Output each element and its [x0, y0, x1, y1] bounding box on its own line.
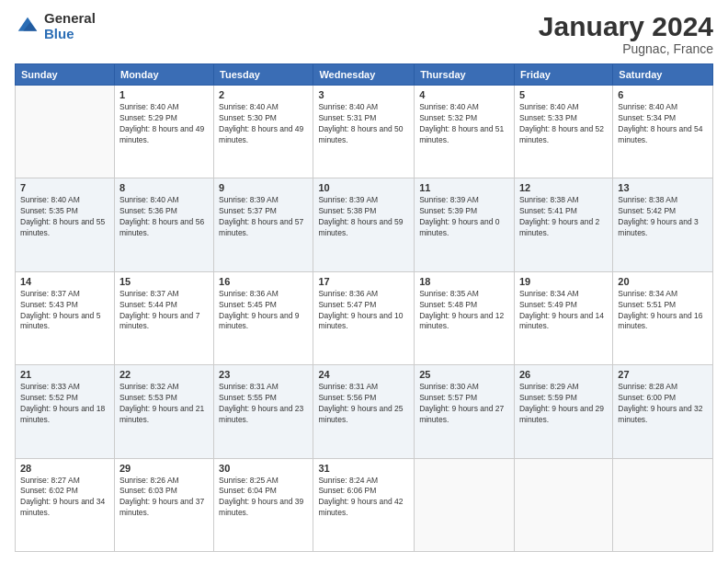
day-number: 31: [318, 463, 409, 474]
week-row-2: 14Sunrise: 8:37 AMSunset: 5:43 PMDayligh…: [16, 271, 713, 364]
week-row-4: 28Sunrise: 8:27 AMSunset: 6:02 PMDayligh…: [16, 458, 713, 551]
day-info: Sunrise: 8:40 AMSunset: 5:30 PMDaylight:…: [219, 102, 308, 146]
day-number: 11: [419, 182, 509, 193]
calendar-cell: 5Sunrise: 8:40 AMSunset: 5:33 PMDaylight…: [514, 86, 612, 178]
day-number: 17: [318, 276, 409, 287]
day-number: 9: [219, 182, 308, 193]
day-info: Sunrise: 8:35 AMSunset: 5:48 PMDaylight:…: [419, 289, 509, 333]
day-info: Sunrise: 8:28 AMSunset: 6:00 PMDaylight:…: [618, 382, 708, 426]
day-info: Sunrise: 8:34 AMSunset: 5:51 PMDaylight:…: [618, 289, 708, 333]
logo-text: General Blue: [44, 11, 96, 41]
calendar-cell: 14Sunrise: 8:37 AMSunset: 5:43 PMDayligh…: [16, 271, 115, 364]
day-info: Sunrise: 8:40 AMSunset: 5:32 PMDaylight:…: [419, 102, 509, 146]
calendar-cell: 1Sunrise: 8:40 AMSunset: 5:29 PMDaylight…: [114, 86, 213, 178]
day-number: 16: [219, 276, 308, 287]
day-info: Sunrise: 8:27 AMSunset: 6:02 PMDaylight:…: [20, 476, 109, 520]
week-row-1: 7Sunrise: 8:40 AMSunset: 5:35 PMDaylight…: [16, 178, 713, 271]
day-number: 8: [119, 182, 209, 193]
day-info: Sunrise: 8:31 AMSunset: 5:55 PMDaylight:…: [219, 382, 308, 426]
calendar-cell: 22Sunrise: 8:32 AMSunset: 5:53 PMDayligh…: [114, 365, 213, 458]
calendar-cell: 31Sunrise: 8:24 AMSunset: 6:06 PMDayligh…: [313, 458, 415, 551]
weekday-header-saturday: Saturday: [613, 64, 713, 86]
logo: General Blue: [15, 11, 96, 41]
logo-general-text: General: [44, 11, 96, 27]
day-number: 26: [519, 369, 608, 380]
day-info: Sunrise: 8:31 AMSunset: 5:56 PMDaylight:…: [318, 382, 409, 426]
calendar-cell: [613, 458, 713, 551]
day-number: 13: [618, 182, 708, 193]
day-number: 14: [20, 276, 109, 287]
calendar-cell: 13Sunrise: 8:38 AMSunset: 5:42 PMDayligh…: [613, 178, 713, 271]
day-number: 27: [618, 369, 708, 380]
day-info: Sunrise: 8:40 AMSunset: 5:36 PMDaylight:…: [119, 195, 209, 239]
day-number: 5: [519, 89, 608, 100]
day-number: 2: [219, 89, 308, 100]
day-number: 6: [618, 89, 708, 100]
calendar-cell: 3Sunrise: 8:40 AMSunset: 5:31 PMDaylight…: [313, 86, 415, 178]
day-info: Sunrise: 8:37 AMSunset: 5:43 PMDaylight:…: [20, 289, 109, 333]
header: General Blue January 2024 Pugnac, France: [15, 11, 713, 56]
day-info: Sunrise: 8:32 AMSunset: 5:53 PMDaylight:…: [119, 382, 209, 426]
location: Pugnac, France: [539, 41, 713, 56]
calendar-cell: 26Sunrise: 8:29 AMSunset: 5:59 PMDayligh…: [514, 365, 612, 458]
day-info: Sunrise: 8:40 AMSunset: 5:33 PMDaylight:…: [519, 102, 608, 146]
day-info: Sunrise: 8:36 AMSunset: 5:45 PMDaylight:…: [219, 289, 308, 333]
day-number: 10: [318, 182, 409, 193]
calendar-cell: 16Sunrise: 8:36 AMSunset: 5:45 PMDayligh…: [214, 271, 313, 364]
logo-blue-text: Blue: [44, 27, 96, 42]
day-number: 4: [419, 89, 509, 100]
weekday-header-sunday: Sunday: [16, 64, 115, 86]
day-number: 22: [119, 369, 209, 380]
weekday-header-row: SundayMondayTuesdayWednesdayThursdayFrid…: [16, 64, 713, 86]
day-info: Sunrise: 8:39 AMSunset: 5:39 PMDaylight:…: [419, 195, 509, 239]
day-info: Sunrise: 8:25 AMSunset: 6:04 PMDaylight:…: [219, 476, 308, 520]
calendar-cell: 27Sunrise: 8:28 AMSunset: 6:00 PMDayligh…: [613, 365, 713, 458]
calendar-cell: 7Sunrise: 8:40 AMSunset: 5:35 PMDaylight…: [16, 178, 115, 271]
day-info: Sunrise: 8:33 AMSunset: 5:52 PMDaylight:…: [20, 382, 109, 426]
calendar-cell: 17Sunrise: 8:36 AMSunset: 5:47 PMDayligh…: [313, 271, 415, 364]
calendar-cell: [16, 86, 115, 178]
day-info: Sunrise: 8:38 AMSunset: 5:41 PMDaylight:…: [519, 195, 608, 239]
week-row-0: 1Sunrise: 8:40 AMSunset: 5:29 PMDaylight…: [16, 86, 713, 178]
day-info: Sunrise: 8:36 AMSunset: 5:47 PMDaylight:…: [318, 289, 409, 333]
day-number: 29: [119, 463, 209, 474]
day-info: Sunrise: 8:29 AMSunset: 5:59 PMDaylight:…: [519, 382, 608, 426]
calendar-cell: 19Sunrise: 8:34 AMSunset: 5:49 PMDayligh…: [514, 271, 612, 364]
day-number: 19: [519, 276, 608, 287]
day-info: Sunrise: 8:39 AMSunset: 5:38 PMDaylight:…: [318, 195, 409, 239]
day-number: 20: [618, 276, 708, 287]
calendar-cell: 4Sunrise: 8:40 AMSunset: 5:32 PMDaylight…: [415, 86, 515, 178]
day-number: 28: [20, 463, 109, 474]
day-number: 21: [20, 369, 109, 380]
day-info: Sunrise: 8:40 AMSunset: 5:31 PMDaylight:…: [318, 102, 409, 146]
calendar-cell: 12Sunrise: 8:38 AMSunset: 5:41 PMDayligh…: [514, 178, 612, 271]
day-number: 25: [419, 369, 509, 380]
calendar-cell: 10Sunrise: 8:39 AMSunset: 5:38 PMDayligh…: [313, 178, 415, 271]
day-info: Sunrise: 8:37 AMSunset: 5:44 PMDaylight:…: [119, 289, 209, 333]
calendar-cell: 18Sunrise: 8:35 AMSunset: 5:48 PMDayligh…: [415, 271, 515, 364]
calendar-cell: 9Sunrise: 8:39 AMSunset: 5:37 PMDaylight…: [214, 178, 313, 271]
day-info: Sunrise: 8:40 AMSunset: 5:35 PMDaylight:…: [20, 195, 109, 239]
weekday-header-monday: Monday: [114, 64, 213, 86]
calendar-cell: 21Sunrise: 8:33 AMSunset: 5:52 PMDayligh…: [16, 365, 115, 458]
day-number: 12: [519, 182, 608, 193]
calendar-cell: 24Sunrise: 8:31 AMSunset: 5:56 PMDayligh…: [313, 365, 415, 458]
calendar-cell: 25Sunrise: 8:30 AMSunset: 5:57 PMDayligh…: [415, 365, 515, 458]
day-info: Sunrise: 8:24 AMSunset: 6:06 PMDaylight:…: [318, 476, 409, 520]
month-title: January 2024: [539, 11, 713, 41]
calendar-cell: [514, 458, 612, 551]
logo-icon: [15, 14, 40, 40]
day-info: Sunrise: 8:40 AMSunset: 5:29 PMDaylight:…: [119, 102, 209, 146]
day-number: 15: [119, 276, 209, 287]
weekday-header-friday: Friday: [514, 64, 612, 86]
calendar-cell: 6Sunrise: 8:40 AMSunset: 5:34 PMDaylight…: [613, 86, 713, 178]
day-number: 7: [20, 182, 109, 193]
calendar-cell: 15Sunrise: 8:37 AMSunset: 5:44 PMDayligh…: [114, 271, 213, 364]
calendar-cell: 8Sunrise: 8:40 AMSunset: 5:36 PMDaylight…: [114, 178, 213, 271]
calendar-cell: 2Sunrise: 8:40 AMSunset: 5:30 PMDaylight…: [214, 86, 313, 178]
calendar-cell: 30Sunrise: 8:25 AMSunset: 6:04 PMDayligh…: [214, 458, 313, 551]
calendar-table: SundayMondayTuesdayWednesdayThursdayFrid…: [15, 63, 713, 552]
page: General Blue January 2024 Pugnac, France…: [0, 0, 728, 563]
day-info: Sunrise: 8:30 AMSunset: 5:57 PMDaylight:…: [419, 382, 509, 426]
calendar-cell: 28Sunrise: 8:27 AMSunset: 6:02 PMDayligh…: [16, 458, 115, 551]
